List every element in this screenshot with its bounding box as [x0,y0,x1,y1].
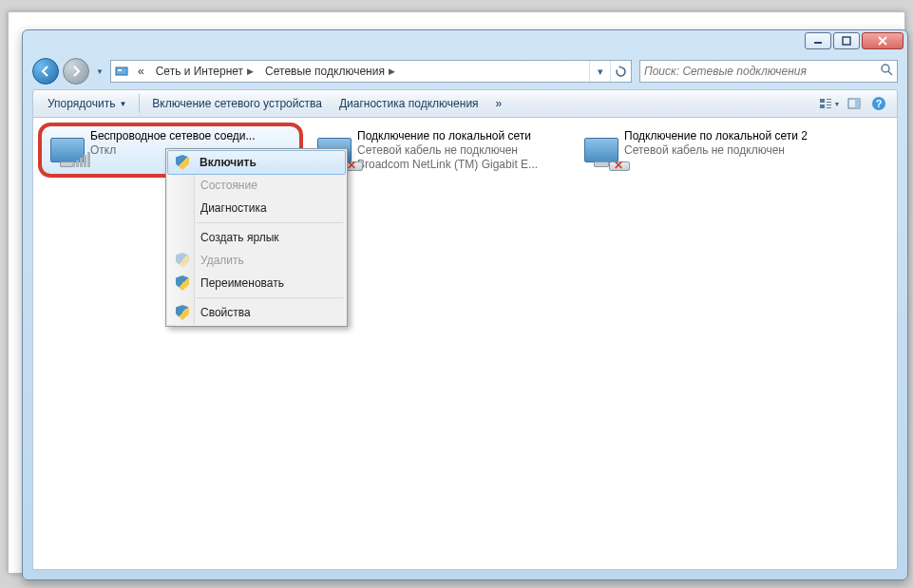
svg-rect-6 [827,99,831,100]
annotation-frame: ▼ « Сеть и Интернет ▶ Сетевые подключени… [8,11,905,574]
forward-button[interactable] [63,58,89,85]
shield-icon [174,275,191,292]
wifi-adapter-icon [45,129,90,171]
chevron-down-icon: ▼ [834,101,841,107]
breadcrumb-segment-1[interactable]: Сетевые подключения ▶ [259,61,401,82]
connection-detail: Broadcom NetLink (TM) Gigabit E... [357,158,563,172]
shield-icon [174,252,191,269]
svg-rect-8 [820,104,825,108]
search-input[interactable] [644,65,881,78]
arrow-right-icon [69,65,83,78]
organize-menu[interactable]: Упорядочить ▼ [39,93,135,114]
minimize-icon [813,36,823,46]
view-icon [819,97,832,110]
breadcrumb-segment-0[interactable]: Сеть и Интернет ▶ [150,61,259,82]
menu-item-properties[interactable]: Свойства [168,301,345,324]
shield-icon [174,304,191,321]
view-options-button[interactable]: ▼ [817,93,842,114]
connection-item-lan2[interactable]: ✕ Подключение по локальной сети 2 Сетево… [575,125,834,175]
breadcrumb-label: Сеть и Интернет [156,65,243,78]
menu-label: Создать ярлык [200,231,279,244]
menu-separator [197,297,343,298]
menu-item-shortcut[interactable]: Создать ярлык [168,226,345,249]
breadcrumb-label: Сетевые подключения [265,65,385,78]
separator [139,94,140,113]
svg-rect-9 [827,104,831,105]
svg-rect-1 [843,37,850,45]
close-button[interactable] [862,32,903,49]
arrow-left-icon [39,65,52,78]
search-box[interactable] [639,60,898,83]
preview-pane-button[interactable] [842,93,866,114]
menu-label: Свойства [200,306,251,319]
menu-label: Переименовать [200,276,284,290]
organize-label: Упорядочить [48,97,115,110]
maximize-button[interactable] [833,32,860,49]
menu-item-rename[interactable]: Переименовать [168,272,345,294]
diagnose-button[interactable]: Диагностика подключения [331,93,487,114]
refresh-icon [615,66,627,78]
help-icon: ? [871,96,886,111]
svg-text:?: ? [876,98,883,109]
history-dropdown[interactable]: ▼ [93,62,106,81]
menu-item-diagnostics[interactable]: Диагностика [168,197,345,219]
svg-rect-5 [820,99,825,103]
address-bar[interactable]: « Сеть и Интернет ▶ Сетевые подключения … [110,60,632,83]
menu-label: Включить [200,156,257,169]
minimize-button[interactable] [805,32,831,49]
menu-label: Удалить [200,254,244,267]
svg-rect-3 [118,69,122,71]
connection-status: Сетевой кабель не подключен [357,143,563,158]
menu-label: Состояние [200,179,257,192]
command-toolbar: Упорядочить ▼ Включение сетевого устройс… [32,89,898,118]
menu-item-delete: Удалить [168,249,345,272]
chevron-right-icon: ▶ [247,66,254,76]
title-bar [23,30,907,55]
content-area[interactable]: Беспроводное сетевое соеди... Откл ✕ Под… [32,118,898,570]
svg-rect-0 [814,42,822,44]
toolbar-more[interactable]: » [487,93,511,114]
context-menu: Включить Состояние Диагностика Создать я… [165,148,348,327]
refresh-button[interactable] [610,61,631,82]
shield-icon [174,154,191,171]
connection-status: Сетевой кабель не подключен [624,143,830,158]
help-button[interactable]: ? [866,93,891,114]
chevron-right-icon: ▶ [389,66,395,76]
svg-rect-12 [855,99,860,108]
navigation-bar: ▼ « Сеть и Интернет ▶ Сетевые подключени… [32,57,898,85]
preview-pane-icon [847,97,861,110]
menu-item-enable[interactable]: Включить [167,150,346,175]
breadcrumb-prefix[interactable]: « [132,61,150,82]
svg-rect-7 [827,102,831,103]
menu-item-status: Состояние [168,174,345,197]
explorer-window: ▼ « Сеть и Интернет ▶ Сетевые подключени… [22,29,908,580]
search-icon [881,64,893,79]
lan-adapter-icon: ✕ [579,129,624,171]
connection-name: Подключение по локальной сети [357,129,563,143]
maximize-icon [842,36,851,46]
connection-name: Беспроводное сетевое соеди... [90,129,296,143]
menu-separator [197,222,343,223]
close-icon [878,36,887,46]
location-icon [111,64,132,79]
svg-rect-10 [827,107,831,108]
connection-name: Подключение по локальной сети 2 [624,129,830,143]
enable-device-button[interactable]: Включение сетевого устройства [143,93,331,114]
chevron-down-icon: ▼ [119,100,126,108]
address-dropdown[interactable]: ▾ [589,61,610,82]
back-button[interactable] [32,58,59,85]
disconnected-icon: ✕ [611,158,626,173]
svg-point-4 [882,65,889,72]
menu-label: Диагностика [200,201,267,215]
